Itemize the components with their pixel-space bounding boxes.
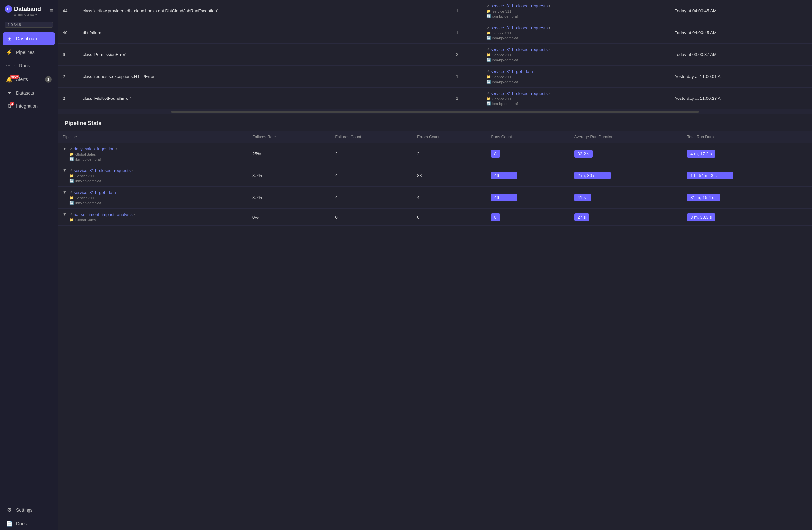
total-duration-bar: 4 m, 17.2 s [687, 150, 715, 157]
pipeline-env: 🔄 ibm-bp-demo-af [69, 157, 117, 161]
failures-rate: 8.7% [248, 165, 331, 187]
table-row: 2 class 'requests.exceptions.HTTPError' … [58, 66, 812, 87]
sidebar-item-pipelines[interactable]: ⚡ Pipelines [3, 46, 55, 59]
integration-badge: 2 [10, 102, 14, 106]
failures-count: 2 [331, 143, 412, 165]
horizontal-scrollbar[interactable] [171, 111, 699, 113]
logo-sub: an IBM Company [14, 13, 41, 16]
pipelines-icon: ⚡ [6, 49, 13, 55]
pipeline-info: ↗ service_311_closed_requests › 📁 Servic… [481, 22, 670, 44]
error-class: class 'PermissionError' [78, 44, 451, 66]
table-row: ▼ ↗ daily_sales_ingestion › 📁 Global Sal… [58, 143, 812, 165]
col-avg-run-duration: Average Run Duration [570, 131, 683, 143]
sidebar-item-runs[interactable]: ···→ Runs [3, 59, 55, 72]
col-failures-rate[interactable]: Failures Rate ↓ [248, 131, 331, 143]
filter-icon[interactable]: ▼ [63, 168, 67, 173]
pipeline-folder: 📁 Service 311 [69, 196, 118, 200]
timestamp: Yesterday at 11:00:01 A [670, 66, 812, 87]
pipeline-link[interactable]: ↗ service_311_get_data › [486, 69, 666, 74]
sidebar-item-label: Pipelines [16, 50, 35, 55]
table-header-row: Pipeline Failures Rate ↓ Failures Count … [58, 131, 812, 143]
error-class: class 'FileNotFoundError' [78, 87, 451, 110]
env-meta: 🔄 ibm-bp-demo-af [486, 14, 666, 18]
failures-rate: 0% [248, 209, 331, 225]
pipeline-title-row[interactable]: ↗ service_311_closed_requests › [69, 168, 133, 173]
timestamp: Today at 03:00:37 AM [670, 44, 812, 66]
sidebar-item-integration[interactable]: ⧉ Integration 2 [3, 100, 55, 112]
env-meta: 🔄 ibm-bp-demo-af [486, 36, 666, 40]
runs-count-bar: 8 [491, 213, 500, 221]
pipeline-info: ↗ service_311_closed_requests › 📁 Servic… [481, 44, 670, 66]
sidebar-item-datasets[interactable]: 🗄 Datasets [3, 86, 55, 99]
runs-count: 8 [486, 143, 569, 165]
env-icon: 🔄 [486, 101, 491, 106]
pipeline-link[interactable]: ↗ service_311_closed_requests › [486, 91, 666, 96]
pipeline-folder: 📁 Global Sales [69, 152, 117, 156]
pipeline-folder: 📁 Global Sales [69, 218, 135, 222]
runs-count: 46 [486, 187, 569, 209]
pipeline-info: ↗ service_311_get_data › 📁 Service 311 🔄… [69, 190, 118, 205]
total-run-duration: 4 m, 17.2 s [682, 143, 812, 165]
timestamp: Today at 04:00:45 AM [670, 22, 812, 44]
pipeline-info: ↗ service_311_closed_requests › 📁 Servic… [481, 0, 670, 22]
avg-duration-bar: 41 s [574, 194, 591, 201]
occurrences: 1 [451, 0, 481, 22]
sidebar: D Databand an IBM Company ≡ 1.0.34.8 ⊞ D… [0, 0, 58, 530]
sidebar-item-label: Datasets [16, 90, 34, 96]
pipeline-info: ↗ service_311_get_data › 📁 Service 311 🔄… [481, 66, 670, 87]
pipeline-title-row[interactable]: ↗ service_311_get_data › [69, 190, 118, 195]
error-class: class 'requests.exceptions.HTTPError' [78, 66, 451, 87]
runs-count-bar: 46 [491, 194, 517, 201]
pipeline-link[interactable]: ↗ service_311_closed_requests › [486, 25, 666, 30]
pipeline-meta: 📁 Service 311 [486, 75, 666, 79]
errors-count: 0 [412, 209, 486, 225]
filter-icon[interactable]: ▼ [63, 146, 67, 151]
sidebar-item-label: Integration [16, 103, 38, 109]
sidebar-item-settings[interactable]: ⚙ Settings [3, 503, 55, 516]
folder-icon: 📁 [486, 9, 491, 13]
docs-icon: 📄 [6, 520, 13, 527]
env-icon: 🔄 [486, 36, 491, 40]
pipeline-stats-title: Pipeline Stats [58, 114, 812, 131]
sidebar-item-docs[interactable]: 📄 Docs [3, 517, 55, 530]
avg-run-duration: 32.2 s [570, 143, 683, 165]
pipeline-env: 🔄 ibm-bp-demo-af [69, 179, 133, 183]
error-class: class 'airflow.providers.dbt.cloud.hooks… [78, 0, 451, 22]
env-icon: 🔄 [69, 201, 74, 205]
pipeline-stats-section: Pipeline Stats Pipeline Failures Rate ↓ … [58, 114, 812, 530]
sidebar-item-alerts[interactable]: 🔔 Alerts 999+ 1 [3, 73, 55, 86]
occurrences: 1 [451, 66, 481, 87]
pipeline-folder: 📁 Service 311 [69, 174, 133, 178]
occurrences: 1 [451, 22, 481, 44]
table-row: 6 class 'PermissionError' 3 ↗ service_31… [58, 44, 812, 66]
pipeline-name-cell: ▼ ↗ na_sentiment_impact_analysis › 📁 Glo… [58, 209, 248, 225]
env-meta: 🔄 ibm-bp-demo-af [486, 80, 666, 84]
filter-icon[interactable]: ▼ [63, 212, 67, 217]
occurrences: 3 [451, 44, 481, 66]
nav-items: ⊞ Dashboard ⚡ Pipelines ···→ Runs 🔔 Aler… [0, 32, 58, 530]
env-meta: 🔄 ibm-bp-demo-af [486, 101, 666, 106]
errors-count: 4 [412, 187, 486, 209]
pipeline-info: ↗ service_311_closed_requests › 📁 Servic… [69, 168, 133, 183]
failures-count: 4 [331, 187, 412, 209]
error-num: 44 [58, 0, 78, 22]
folder-icon: 📁 [69, 218, 74, 222]
filter-icon[interactable]: ▼ [63, 190, 67, 195]
total-run-duration: 31 m, 15.4 s [682, 187, 812, 209]
hamburger-button[interactable]: ≡ [49, 7, 53, 14]
table-row: ▼ ↗ service_311_get_data › 📁 Service 311… [58, 187, 812, 209]
col-errors-count: Errors Count [412, 131, 486, 143]
pipeline-title-row[interactable]: ↗ daily_sales_ingestion › [69, 146, 117, 151]
sidebar-item-dashboard[interactable]: ⊞ Dashboard [3, 32, 55, 45]
table-row: 40 dbt failure 1 ↗ service_311_closed_re… [58, 22, 812, 44]
errors-count: 88 [412, 165, 486, 187]
pipeline-title-row[interactable]: ↗ na_sentiment_impact_analysis › [69, 212, 135, 217]
sidebar-header: D Databand an IBM Company ≡ [0, 0, 58, 20]
alerts-count-circle: 1 [45, 76, 52, 83]
folder-icon: 📁 [486, 75, 491, 79]
pipeline-link[interactable]: ↗ service_311_closed_requests › [486, 3, 666, 8]
datasets-icon: 🗄 [6, 90, 13, 96]
pipeline-name-cell: ▼ ↗ service_311_get_data › 📁 Service 311… [58, 187, 248, 209]
pipeline-link[interactable]: ↗ service_311_closed_requests › [486, 47, 666, 52]
pipeline-meta: 📁 Service 311 [486, 31, 666, 35]
